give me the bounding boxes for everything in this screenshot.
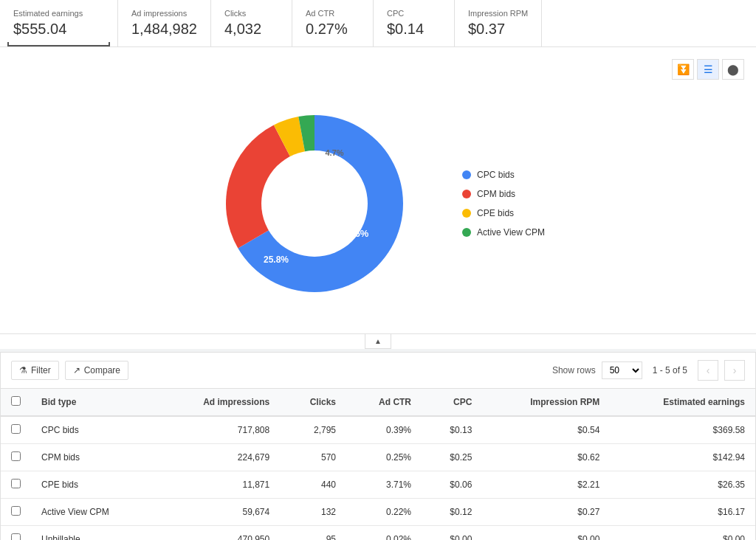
pagination-controls: Show rows 10 25 50 100 1 - 5 of 5 ‹ ›: [552, 360, 745, 381]
metric-item-5: Impression RPM$0.37: [455, 0, 542, 46]
legend-label-2: CPE bids: [477, 208, 514, 218]
line-chart-button[interactable]: ⏬: [672, 59, 694, 80]
legend-dot-1: [462, 190, 471, 198]
legend-item-3: Active View CPM: [462, 227, 545, 238]
row-ad-ctr-1: 0.25%: [346, 444, 422, 471]
row-ad-ctr-0: 0.39%: [346, 416, 422, 444]
legend-label-3: Active View CPM: [477, 227, 545, 238]
metric-item-3: Ad CTR0.27%: [292, 0, 374, 46]
table-toolbar: ⚗ Filter ↗ Compare Show rows 10 25 50 10…: [1, 353, 755, 389]
collapse-handle: ▲: [0, 333, 756, 349]
metric-item-0: Estimated earnings$555.04: [0, 0, 118, 46]
pagination-info: 1 - 5 of 5: [653, 365, 687, 375]
metric-value-3: 0.27%: [306, 21, 360, 38]
row-ad-impressions-1: 224,679: [157, 444, 280, 471]
col-bid-type: Bid type: [31, 389, 157, 416]
row-bid-type-0: CPC bids: [31, 416, 157, 444]
collapse-button[interactable]: ▲: [365, 334, 391, 349]
row-ad-ctr-3: 0.22%: [346, 499, 422, 526]
col-impression-rpm: Impression RPM: [482, 389, 610, 416]
row-cpc-1: $0.25: [422, 444, 482, 471]
metric-label-2: Clicks: [224, 9, 278, 18]
cpm-label: 25.8%: [264, 255, 289, 265]
row-ad-ctr-2: 3.71%: [346, 471, 422, 499]
metric-value-2: 4,032: [224, 21, 278, 38]
metrics-bar: Estimated earnings$555.04Ad impressions1…: [0, 0, 756, 47]
metric-item-1: Ad impressions1,484,982: [118, 0, 211, 46]
row-estimated-earnings-3: $16.17: [610, 499, 755, 526]
prev-page-button[interactable]: ‹: [698, 360, 718, 381]
legend-item-2: CPE bids: [462, 208, 545, 218]
legend-dot-0: [462, 170, 471, 179]
row-impression-rpm-4: $0.00: [482, 526, 610, 541]
col-estimated-earnings: Estimated earnings: [610, 389, 755, 416]
row-ad-impressions-3: 59,674: [157, 499, 280, 526]
table-row: Active View CPM 59,674 132 0.22% $0.12 $…: [1, 499, 755, 526]
cpc-label: 66.6%: [342, 228, 369, 239]
table-head: Bid type Ad impressions Clicks Ad CTR CP…: [1, 389, 755, 416]
cpe-label: 4.7%: [326, 148, 344, 157]
row-ad-impressions-4: 470,950: [157, 526, 280, 541]
filter-label: Filter: [31, 365, 51, 375]
select-all-checkbox[interactable]: [11, 396, 21, 406]
row-clicks-3: 132: [280, 499, 346, 526]
row-cpc-3: $0.12: [422, 499, 482, 526]
row-checkbox-cell-0: [1, 416, 31, 444]
col-ad-ctr: Ad CTR: [346, 389, 422, 416]
table-chart-button[interactable]: ☰: [697, 59, 719, 80]
rows-per-page-select[interactable]: 10 25 50 100: [602, 361, 642, 379]
legend-label-1: CPM bids: [477, 189, 515, 199]
row-clicks-4: 95: [280, 526, 346, 541]
row-bid-type-1: CPM bids: [31, 444, 157, 471]
row-estimated-earnings-1: $142.94: [610, 444, 755, 471]
metric-value-1: 1,484,982: [131, 21, 197, 38]
row-ad-ctr-4: 0.02%: [346, 526, 422, 541]
row-estimated-earnings-0: $369.58: [610, 416, 755, 444]
row-bid-type-3: Active View CPM: [31, 499, 157, 526]
row-checkbox-3[interactable]: [11, 506, 21, 516]
row-bid-type-2: CPE bids: [31, 471, 157, 499]
row-checkbox-1[interactable]: [11, 451, 21, 461]
table-row: Unbillable 470,950 95 0.02% $0.00 $0.00 …: [1, 526, 755, 541]
row-estimated-earnings-4: $0.00: [610, 526, 755, 541]
row-ad-impressions-0: 717,808: [157, 416, 280, 444]
show-rows-label: Show rows: [552, 365, 596, 375]
metric-item-4: CPC$0.14: [374, 0, 455, 46]
chart-toolbar: ⏬ ☰ ⬤: [12, 59, 744, 80]
metric-label-0: Estimated earnings: [13, 9, 104, 18]
donut-chart: 66.6% 25.8% 4.7%: [211, 100, 418, 307]
next-page-button[interactable]: ›: [724, 360, 745, 381]
chart-area: ⏬ ☰ ⬤: [0, 47, 756, 333]
row-checkbox-cell-3: [1, 499, 31, 526]
row-checkbox-0[interactable]: [11, 424, 21, 434]
row-impression-rpm-2: $2.21: [482, 471, 610, 499]
table-row: CPM bids 224,679 570 0.25% $0.25 $0.62 $…: [1, 444, 755, 471]
compare-label: Compare: [84, 365, 120, 375]
filter-button[interactable]: ⚗ Filter: [11, 361, 59, 380]
row-cpc-2: $0.06: [422, 471, 482, 499]
row-cpc-4: $0.00: [422, 526, 482, 541]
row-clicks-1: 570: [280, 444, 346, 471]
donut-svg: 66.6% 25.8% 4.7%: [211, 100, 418, 307]
metric-label-5: Impression RPM: [468, 9, 528, 18]
row-clicks-0: 2,795: [280, 416, 346, 444]
metric-value-5: $0.37: [468, 21, 528, 38]
row-impression-rpm-0: $0.54: [482, 416, 610, 444]
row-checkbox-4[interactable]: [11, 533, 21, 540]
chart-legend: CPC bidsCPM bidsCPE bidsActive View CPM: [462, 170, 545, 238]
row-impression-rpm-3: $0.27: [482, 499, 610, 526]
row-estimated-earnings-2: $26.35: [610, 471, 755, 499]
row-impression-rpm-1: $0.62: [482, 444, 610, 471]
table-row: CPC bids 717,808 2,795 0.39% $0.13 $0.54…: [1, 416, 755, 444]
col-cpc: CPC: [422, 389, 482, 416]
chart-container: 66.6% 25.8% 4.7% CPC bidsCPM bidsCPE bid…: [12, 86, 744, 322]
row-checkbox-cell-4: [1, 526, 31, 541]
compare-icon: ↗: [73, 365, 80, 375]
pie-chart-button[interactable]: ⬤: [722, 59, 744, 80]
row-checkbox-2[interactable]: [11, 479, 21, 488]
compare-button[interactable]: ↗ Compare: [65, 361, 128, 380]
metric-label-3: Ad CTR: [306, 9, 360, 18]
legend-dot-3: [462, 228, 471, 237]
legend-item-0: CPC bids: [462, 170, 545, 180]
row-ad-impressions-2: 11,871: [157, 471, 280, 499]
